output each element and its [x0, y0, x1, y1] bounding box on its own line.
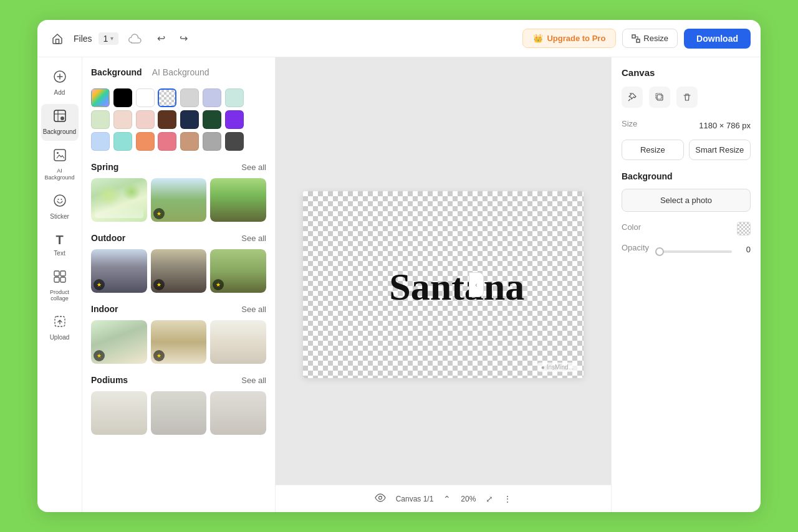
color-swatch-medgray[interactable]: [203, 132, 221, 151]
sidebar-item-add[interactable]: Add: [41, 65, 79, 102]
home-button[interactable]: [47, 29, 67, 49]
files-label: Files: [74, 34, 92, 44]
resize-action-row: Resize Smart Resize: [622, 140, 751, 160]
sidebar-item-text-label: Text: [54, 250, 65, 257]
color-swatch-pink2[interactable]: [136, 110, 155, 129]
background-section-title: Background: [622, 171, 751, 181]
color-swatch-darkgreen[interactable]: [203, 110, 221, 129]
color-preview[interactable]: [737, 222, 751, 235]
canvas-footer-label: Canvas 1/1: [396, 495, 434, 503]
color-swatch-orange[interactable]: [136, 132, 155, 151]
sidebar-item-upload-label: Upload: [50, 334, 70, 341]
svg-rect-12: [54, 277, 59, 282]
color-swatch-mintgray[interactable]: [225, 88, 244, 107]
spring-see-all[interactable]: See all: [241, 163, 266, 172]
spring-section-header: Spring See all: [91, 162, 266, 172]
indoor-photo-2[interactable]: ★: [151, 320, 207, 364]
podium-photo-2[interactable]: [151, 391, 207, 435]
outdoor-see-all[interactable]: See all: [241, 234, 266, 243]
opacity-slider-container: [655, 244, 732, 255]
tab-background[interactable]: Background: [91, 67, 142, 80]
canvas-eye-button[interactable]: [375, 493, 386, 505]
color-swatch-purple[interactable]: [225, 110, 244, 129]
sidebar-item-background-label: Background: [43, 128, 76, 136]
color-swatch-lightgray[interactable]: [180, 88, 199, 107]
spring-photo-3[interactable]: [210, 178, 266, 222]
color-swatch-lavender[interactable]: [203, 88, 221, 107]
outdoor-photo-1[interactable]: ★: [91, 249, 147, 293]
svg-rect-0: [56, 39, 59, 44]
page-number[interactable]: 1 ▾: [99, 32, 119, 45]
indoor-photo-1[interactable]: ★: [91, 320, 147, 364]
tab-ai-background[interactable]: AI Background: [152, 67, 209, 80]
cloud-button[interactable]: [125, 29, 145, 49]
color-swatch-blush[interactable]: [113, 110, 132, 129]
upload-icon: [53, 315, 67, 331]
spring-title: Spring: [91, 162, 118, 172]
color-swatch-tan[interactable]: [180, 132, 199, 151]
color-swatch-pink[interactable]: [158, 132, 176, 151]
sidebar-item-product-collage[interactable]: Product collage: [41, 265, 79, 308]
svg-point-5: [60, 116, 64, 120]
color-swatch-darkbrown[interactable]: [158, 110, 176, 129]
podiums-see-all[interactable]: See all: [241, 376, 266, 385]
color-swatch-transparent[interactable]: [158, 88, 176, 107]
svg-rect-2: [637, 39, 640, 42]
outdoor-photo-2[interactable]: ★: [151, 249, 207, 293]
left-sidebar: Add Background: [37, 57, 82, 512]
color-swatch-black[interactable]: [113, 88, 132, 107]
outdoor-photo-3[interactable]: ★: [210, 249, 266, 293]
canvas-options-button[interactable]: ⋮: [503, 494, 512, 504]
panel-collapse-button[interactable]: ‹: [469, 272, 484, 297]
sidebar-item-text[interactable]: T Text: [41, 228, 79, 262]
color-grid: [91, 88, 266, 151]
checker-background: [303, 191, 584, 378]
color-swatch-darkgray[interactable]: [225, 132, 244, 151]
sidebar-item-ai-label: AI Background: [44, 168, 76, 181]
opacity-slider[interactable]: [655, 250, 732, 253]
pro-badge-indoor2: ★: [153, 350, 165, 361]
podium-photo-3[interactable]: [210, 391, 266, 435]
svg-rect-11: [60, 271, 65, 276]
spring-photo-1[interactable]: [91, 178, 147, 222]
indoor-see-all[interactable]: See all: [241, 305, 266, 314]
select-photo-button[interactable]: Select a photo: [622, 189, 751, 212]
sidebar-item-background[interactable]: Background: [41, 104, 79, 141]
canvas-expand-button[interactable]: ⌃: [443, 494, 451, 504]
sidebar-item-sticker[interactable]: Sticker: [41, 189, 79, 226]
add-icon: [53, 70, 67, 87]
resize-header-button[interactable]: Resize: [622, 29, 678, 48]
duplicate-button[interactable]: [649, 87, 670, 108]
canvas-footer-bar: Canvas 1/1 ⌃ 20% ⤢ ⋮: [276, 485, 611, 512]
svg-point-15: [378, 496, 382, 499]
canvas-board[interactable]: Santana ● InsMind...: [303, 191, 584, 378]
spring-photo-2[interactable]: ★: [151, 178, 207, 222]
sidebar-item-ai-background[interactable]: AI Background: [41, 143, 79, 186]
smart-resize-button[interactable]: Smart Resize: [689, 140, 751, 160]
header-right: 👑 Upgrade to Pro Resize Download: [522, 29, 751, 49]
color-swatch-teal[interactable]: [113, 132, 132, 151]
canvas-action-buttons: [622, 87, 751, 108]
pin-button[interactable]: [622, 87, 643, 108]
size-label: Size: [622, 119, 637, 128]
canvas-fullscreen-button[interactable]: ⤢: [486, 494, 493, 504]
color-swatch-lightgreen[interactable]: [91, 110, 110, 129]
upgrade-button[interactable]: 👑 Upgrade to Pro: [522, 29, 616, 48]
opacity-value: 0: [738, 245, 751, 254]
resize-button[interactable]: Resize: [622, 140, 684, 160]
outdoor-section-header: Outdoor See all: [91, 233, 266, 243]
svg-rect-16: [657, 95, 663, 100]
sidebar-item-upload[interactable]: Upload: [41, 310, 79, 346]
color-swatch-navyblue[interactable]: [180, 110, 199, 129]
delete-button[interactable]: [676, 87, 698, 108]
undo-button[interactable]: ↩: [151, 29, 171, 49]
svg-rect-17: [656, 93, 661, 99]
indoor-photo-3[interactable]: [210, 320, 266, 364]
color-swatch-white[interactable]: [136, 88, 155, 107]
color-swatch-gradient[interactable]: [91, 88, 110, 107]
redo-button[interactable]: ↪: [173, 29, 193, 49]
color-swatch-lightblue[interactable]: [91, 132, 110, 151]
download-button[interactable]: Download: [684, 29, 751, 49]
podiums-title: Podiums: [91, 375, 128, 385]
podium-photo-1[interactable]: [91, 391, 147, 435]
